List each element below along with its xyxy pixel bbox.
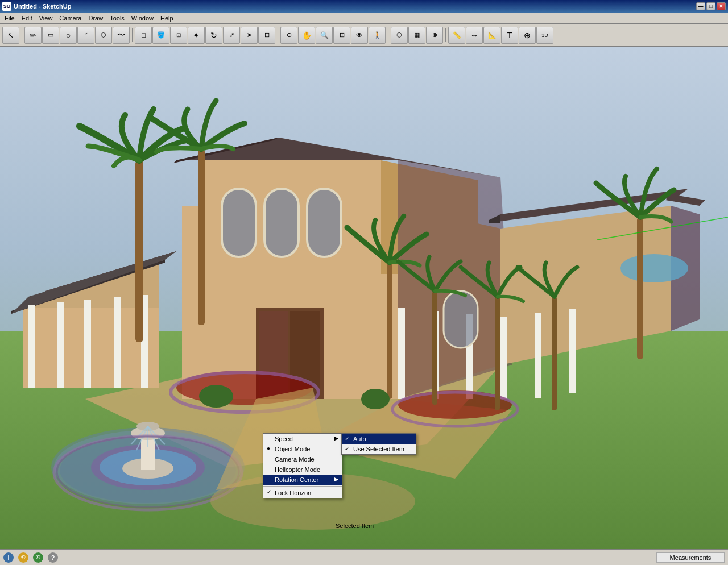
svg-point-48 — [620, 254, 688, 282]
question-icon[interactable]: ? — [48, 552, 58, 563]
menubar: File Edit View Camera Draw Tools Window … — [0, 13, 728, 24]
titlebar: SU Untitled - SketchUp — □ ✕ — [0, 0, 728, 13]
svg-rect-22 — [28, 305, 35, 388]
svg-rect-31 — [535, 313, 541, 398]
submenu-use-selected-item[interactable]: Use Selected Item — [342, 444, 416, 454]
menu-draw[interactable]: Draw — [85, 14, 106, 23]
svg-rect-67 — [198, 149, 205, 325]
rotation-center-submenu[interactable]: Auto Use Selected Item — [341, 433, 416, 455]
menu-window[interactable]: Window — [128, 14, 157, 23]
zoom-extents-tool[interactable]: ⊞ — [333, 27, 350, 44]
svg-point-73 — [199, 385, 233, 408]
pencil-tool[interactable]: ✏ — [24, 27, 42, 44]
separator-2 — [132, 28, 133, 42]
titlebar-title: Untitled - SketchUp — [14, 3, 71, 10]
tape-measure-tool[interactable]: 📏 — [448, 27, 465, 44]
submenu-auto[interactable]: Auto — [342, 434, 416, 444]
copyright-icon[interactable]: © — [18, 552, 28, 563]
zoom-tool[interactable]: 🔍 — [316, 27, 333, 44]
viewport[interactable]: Speed ▶ Object Mode Camera Mode Helicopt… — [0, 47, 728, 549]
minimize-button[interactable]: — — [696, 2, 705, 10]
svg-rect-37 — [264, 189, 299, 257]
statusbar-left: i © © ? — [3, 552, 58, 563]
svg-rect-68 — [387, 263, 392, 399]
offset-tool[interactable]: ⊟ — [258, 27, 275, 44]
dimension-tool[interactable]: ↔ — [466, 27, 483, 44]
menu-camera[interactable]: Camera — [56, 14, 85, 23]
svg-rect-23 — [57, 302, 64, 388]
app-icon: SU — [2, 2, 11, 11]
push-pull-tool[interactable]: ⊡ — [170, 27, 187, 44]
menu-edit[interactable]: Edit — [18, 14, 36, 23]
svg-rect-30 — [500, 317, 507, 399]
3d-text-tool[interactable]: 3D — [536, 27, 553, 44]
svg-rect-70 — [432, 291, 437, 405]
move-tool[interactable]: ✦ — [188, 27, 205, 44]
svg-rect-66 — [135, 160, 143, 342]
circle-tool[interactable]: ○ — [60, 27, 77, 44]
ctx-lock-horizon[interactable]: Lock Horizon — [263, 488, 342, 498]
separator-5 — [445, 28, 446, 42]
scale-tool[interactable]: ⤢ — [223, 27, 240, 44]
protractor-tool[interactable]: 📐 — [483, 27, 500, 44]
rectangle-tool[interactable]: ▭ — [42, 27, 59, 44]
statusbar: i © © ? Measurements — [0, 549, 728, 565]
svg-rect-32 — [569, 309, 576, 393]
select-tool[interactable]: ↖ — [2, 27, 19, 44]
selected-item-label: Selected Item — [336, 522, 374, 529]
section-plane-tool[interactable]: ⊗ — [426, 27, 443, 44]
paint-tool[interactable]: 🪣 — [152, 27, 169, 44]
svg-rect-24 — [84, 300, 91, 388]
cc-icon[interactable]: © — [33, 552, 43, 563]
maximize-button[interactable]: □ — [706, 2, 715, 10]
eraser-tool[interactable]: ◻ — [135, 27, 152, 44]
freehand-tool[interactable]: 〜 — [113, 27, 130, 44]
svg-rect-25 — [114, 297, 121, 388]
titlebar-controls[interactable]: — □ ✕ — [696, 2, 726, 10]
component-tool[interactable]: ⬡ — [391, 27, 408, 44]
svg-rect-72 — [552, 297, 557, 410]
arc-tool[interactable]: ◜ — [77, 27, 94, 44]
scene-3d — [0, 47, 728, 549]
menu-tools[interactable]: Tools — [106, 14, 128, 23]
ctx-helicopter-mode[interactable]: Helicopter Mode — [263, 464, 342, 475]
menu-help[interactable]: Help — [157, 14, 177, 23]
ctx-object-mode[interactable]: Object Mode — [263, 444, 342, 454]
toolbar: ↖ ✏ ▭ ○ ◜ ⬡ 〜 ◻ 🪣 ⊡ ✦ ↻ ⤢ ➤ ⊟ ⊙ ✋ 🔍 ⊞ 👁 … — [0, 24, 728, 47]
ctx-rotation-center[interactable]: Rotation Center ▶ — [263, 475, 342, 485]
orbit-tool[interactable]: ⊙ — [280, 27, 297, 44]
text-tool[interactable]: T — [501, 27, 518, 44]
ctx-separator — [263, 486, 342, 487]
look-around-tool[interactable]: 👁 — [351, 27, 368, 44]
close-button[interactable]: ✕ — [717, 2, 726, 10]
info-icon[interactable]: i — [3, 552, 14, 563]
svg-rect-42 — [444, 291, 478, 348]
ctx-camera-mode[interactable]: Camera Mode — [263, 454, 342, 464]
measurements-label: Measurements — [656, 552, 725, 563]
polygon-tool[interactable]: ⬡ — [95, 27, 112, 44]
axes-tool[interactable]: ⊕ — [519, 27, 536, 44]
titlebar-left: SU Untitled - SketchUp — [2, 2, 71, 11]
ctx-speed[interactable]: Speed ▶ — [263, 434, 342, 444]
separator-1 — [22, 28, 22, 42]
svg-rect-38 — [307, 189, 341, 257]
svg-rect-69 — [637, 217, 643, 359]
follow-me-tool[interactable]: ➤ — [241, 27, 258, 44]
rotate-tool[interactable]: ↻ — [205, 27, 222, 44]
separator-4 — [388, 28, 388, 42]
svg-rect-27 — [398, 308, 405, 399]
svg-rect-71 — [495, 297, 500, 410]
group-tool[interactable]: ▦ — [408, 27, 425, 44]
pan-tool[interactable]: ✋ — [298, 27, 315, 44]
menu-file[interactable]: File — [1, 14, 18, 23]
svg-rect-36 — [222, 189, 256, 257]
walk-tool[interactable]: 🚶 — [369, 27, 386, 44]
context-menu[interactable]: Speed ▶ Object Mode Camera Mode Helicopt… — [263, 433, 342, 498]
svg-point-74 — [361, 389, 390, 409]
menu-view[interactable]: View — [36, 14, 56, 23]
separator-3 — [278, 28, 278, 42]
